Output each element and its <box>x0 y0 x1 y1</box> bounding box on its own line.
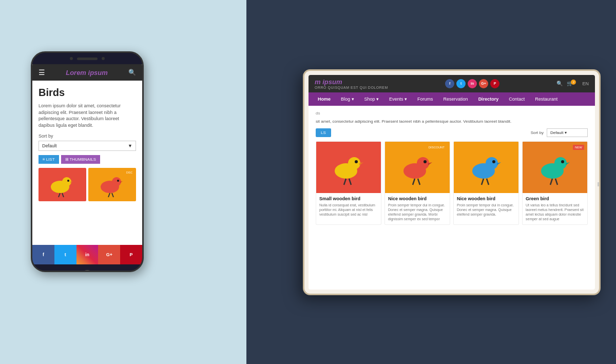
instagram-button[interactable]: in <box>76 245 99 264</box>
googleplus-button[interactable]: G+ <box>98 245 120 264</box>
list-view-button[interactable]: ≡ LIST <box>38 155 59 164</box>
tablet-pinterest-button[interactable]: P <box>490 79 499 88</box>
nav-item-events[interactable]: Events ▾ <box>384 92 412 106</box>
phone-bird-thumb-1[interactable] <box>38 168 86 201</box>
phone-camera-right <box>102 57 105 60</box>
twitter-button[interactable]: t <box>54 245 76 264</box>
tablet-content: ds sit amet, consectetur adipiscing elit… <box>309 106 595 231</box>
instagram-icon: in <box>85 252 89 257</box>
nav-item-restaurant[interactable]: Restaurant <box>530 92 563 106</box>
nav-item-directory[interactable]: Directory <box>473 92 504 106</box>
svg-point-1 <box>62 177 71 186</box>
cart-count: 2 <box>571 80 576 85</box>
facebook-icon: f <box>43 252 44 257</box>
phone-content: Birds Lorem ipsum dolor sit amet, consec… <box>32 81 142 207</box>
thumbnails-view-button[interactable]: ⊞ THUMBNAILS <box>61 155 101 164</box>
tablet-topbar: m ipsum ORRO QUISQUAM EST QUI DOLOREM f … <box>309 75 595 92</box>
twitter-icon: t <box>65 252 66 257</box>
svg-line-34 <box>550 179 552 185</box>
hamburger-icon[interactable]: ☰ <box>38 68 45 76</box>
tablet-twitter-button[interactable]: t <box>456 79 466 88</box>
tablet-bird-info-3: Green bird Ut varius leo a tellus tincid… <box>523 193 587 224</box>
tablet-cart-icon[interactable]: 🛒2 <box>567 81 578 87</box>
tablet-bird-grid: Small wooden bird Nulla id consequat era… <box>316 141 588 225</box>
nav-item-forums[interactable]: Forums <box>412 92 438 106</box>
svg-point-13 <box>348 157 360 169</box>
phone-bird-thumb-2[interactable]: DISC <box>88 168 136 201</box>
svg-line-29 <box>487 179 489 185</box>
phone-header: ☰ Lorem ipsum 🔍 <box>32 64 142 81</box>
tablet-logo-area: m ipsum ORRO QUISQUAM EST QUI DOLOREM <box>315 78 388 89</box>
tablet-sort-select[interactable]: Default ▾ <box>547 128 588 137</box>
tablet-bird-img-0 <box>316 142 381 193</box>
phone-description: Lorem ipsum dolor sit amet, consectetur … <box>38 103 136 128</box>
phone-speaker <box>77 58 98 60</box>
phone-sort-value: Default <box>42 143 57 148</box>
new-badge-3: NEW <box>573 145 584 150</box>
tablet-sortby: Sort by Default ▾ <box>531 128 588 137</box>
phone-social-bar: f t in G+ P <box>32 245 142 264</box>
tablet-nav: Home Blog ▾ Shop ▾ Events ▾ Forums Reser… <box>309 92 595 106</box>
tablet-bezel-dot <box>598 182 601 186</box>
svg-point-8 <box>117 180 119 182</box>
phone-camera <box>70 57 73 60</box>
phone-top-bar <box>32 53 142 64</box>
svg-line-23 <box>418 179 420 185</box>
pinterest-button[interactable]: P <box>120 245 142 264</box>
discount-badge-1: DISCOUNT <box>427 145 447 150</box>
tablet-bird-card-2[interactable]: Nice wooden bird Proin semper tempor dui… <box>453 141 519 225</box>
phone-page-title: Birds <box>38 87 136 99</box>
svg-line-16 <box>344 179 346 185</box>
tablet-bird-card-3[interactable]: NEW Green bird <box>522 141 588 225</box>
tablet-bird-img-3: NEW <box>523 142 587 193</box>
svg-point-7 <box>112 177 121 186</box>
tablet-sort-label: Sort by <box>531 130 544 135</box>
tablet-page-desc: sit amet, consectetur adipiscing elit. P… <box>316 119 588 124</box>
nav-item-blog[interactable]: Blog ▾ <box>336 92 359 106</box>
phone-logo: Lorem ipsum <box>66 69 108 76</box>
svg-point-19 <box>417 157 429 169</box>
tablet-bird-name-2: Nice wooden bird <box>457 196 515 201</box>
tablet-bird-card-0[interactable]: Small wooden bird Nulla id consequat era… <box>316 141 381 225</box>
svg-line-10 <box>108 193 110 197</box>
nav-item-home[interactable]: Home <box>313 92 336 106</box>
phone-view-buttons: ≡ LIST ⊞ THUMBNAILS <box>38 155 136 164</box>
svg-line-17 <box>349 179 351 185</box>
phone-thumbnail-grid: DISC <box>38 168 136 201</box>
svg-point-31 <box>554 157 567 169</box>
svg-point-26 <box>492 160 495 163</box>
nav-item-shop[interactable]: Shop ▾ <box>359 92 384 106</box>
phone-home-button[interactable] <box>80 270 94 272</box>
phone-sort-select[interactable]: Default ▼ <box>38 141 136 151</box>
tablet-bird-name-3: Green bird <box>526 196 584 201</box>
list-icon: ≡ <box>43 157 45 162</box>
tablet-bird-img-1: DISCOUNT <box>385 142 450 193</box>
tablet-instagram-button[interactable]: in <box>468 79 477 88</box>
nav-item-reservation[interactable]: Reservation <box>438 92 473 106</box>
pinterest-icon: P <box>130 252 133 257</box>
bird-image-red <box>38 168 86 201</box>
tablet-search-icon[interactable]: 🔍 <box>556 81 563 86</box>
facebook-button[interactable]: f <box>32 245 54 264</box>
nav-item-contact[interactable]: Contact <box>504 92 530 106</box>
tablet-bird-desc-1: Proin semper tempor dui in congue. Donec… <box>388 203 447 221</box>
right-panel: m ipsum ORRO QUISQUAM EST QUI DOLOREM f … <box>246 0 616 364</box>
svg-line-5 <box>62 193 64 197</box>
tablet-bird-card-1[interactable]: DISCOUNT Nice wooden bird <box>384 141 450 225</box>
left-panel: ☰ Lorem ipsum 🔍 Birds Lorem ipsum dolor … <box>0 0 246 364</box>
tablet-bird-desc-3: Ut varius leo a tellus tincidunt sed lao… <box>526 203 584 221</box>
discount-badge: DISC <box>125 170 134 175</box>
tablet-facebook-button[interactable]: f <box>445 79 454 88</box>
grid-icon: ⊞ <box>65 157 69 162</box>
tablet-bird-info-1: Nice wooden bird Proin semper tempor dui… <box>385 193 450 224</box>
tablet-googleplus-button[interactable]: G+ <box>479 79 488 88</box>
googleplus-icon: G+ <box>106 252 112 257</box>
tablet-bird-desc-2: Proin semper tempor dui in congue. Donec… <box>457 203 515 217</box>
tablet-mockup: m ipsum ORRO QUISQUAM EST QUI DOLOREM f … <box>303 69 601 295</box>
tablet-lang[interactable]: EN <box>582 81 589 86</box>
tablet-bird-img-2 <box>454 142 518 193</box>
tablet-filter-button[interactable]: LS <box>316 128 331 137</box>
tablet-bird-info-2: Nice wooden bird Proin semper tempor dui… <box>454 193 518 220</box>
search-icon[interactable]: 🔍 <box>128 69 136 76</box>
svg-line-35 <box>555 179 557 185</box>
